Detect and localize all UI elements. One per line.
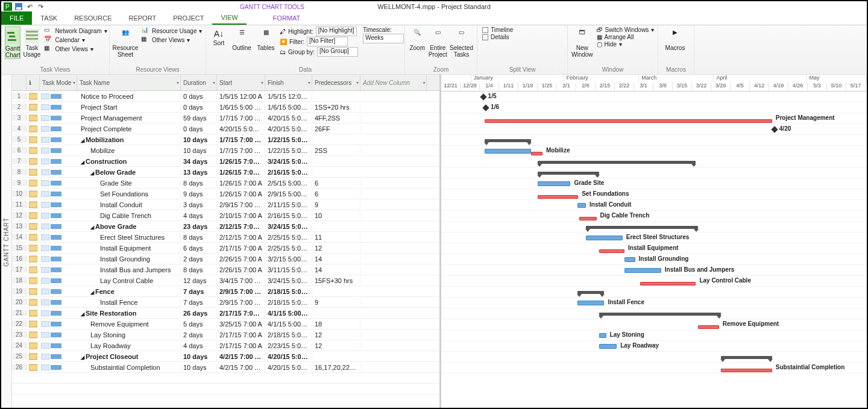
gantt-bar[interactable] xyxy=(538,161,696,164)
highlight-row[interactable]: 🖍 Highlight: [No Highlight] xyxy=(278,27,359,36)
tab-format[interactable]: FORMAT xyxy=(265,11,309,25)
gantt-bar[interactable] xyxy=(698,325,719,329)
table-row[interactable]: 16Install Grounding2 days2/26/15 7:00 A3… xyxy=(12,254,439,264)
col-pred[interactable]: Predecessors▾ xyxy=(312,75,360,90)
gantt-bar[interactable] xyxy=(577,291,605,294)
table-row[interactable]: 14Erect Steel Structures8 days2/12/15 7:… xyxy=(12,232,439,243)
milestone[interactable] xyxy=(482,104,489,111)
gantt-bar[interactable] xyxy=(485,119,772,123)
gantt-bar[interactable] xyxy=(538,181,570,186)
gantt-bar[interactable] xyxy=(586,226,698,229)
col-add[interactable]: Add New Column▾ xyxy=(360,75,427,90)
col-finish[interactable]: Finish▾ xyxy=(265,75,312,90)
tab-report[interactable]: REPORT xyxy=(121,11,165,25)
table-row[interactable]: 12Dig Cable Trench4 days2/10/15 7:00 A2/… xyxy=(12,210,439,221)
network-diagram-button[interactable]: ▭Network Diagram ▾ xyxy=(43,27,108,35)
table-row[interactable]: 23Lay Stoning2 days2/17/15 7:00 A2/18/15… xyxy=(12,329,439,340)
table-row[interactable]: 9Grade Site8 days1/26/15 7:00 A2/5/15 5:… xyxy=(12,178,439,189)
new-window-button[interactable]: 🗔New Window xyxy=(571,27,593,58)
table-row[interactable]: 13◢Above Grade23 days2/12/15 7:00 A3/24/… xyxy=(12,221,439,232)
table-row[interactable]: 21◢Site Restoration26 days2/17/15 7:00 A… xyxy=(12,308,439,319)
gantt-bar[interactable] xyxy=(538,195,578,199)
gantt-bar[interactable] xyxy=(599,344,617,349)
hide-button[interactable]: ▢ Hide ▾ xyxy=(596,41,656,48)
table-row[interactable]: 1Notice to Proceed0 days1/5/15 12:00 A1/… xyxy=(12,91,439,102)
undo-icon[interactable]: ↶ xyxy=(25,2,34,11)
filter-row[interactable]: 🔽 Filter: [No Filter] xyxy=(278,37,359,46)
gantt-chart-area[interactable]: JanuaryFebruaryMarchAprilMay 12/2112/281… xyxy=(441,75,867,409)
col-mode[interactable]: Task Mode▾ xyxy=(40,75,77,90)
col-rownum[interactable] xyxy=(12,75,27,90)
table-row[interactable]: 17Install Bus and Jumpers8 days2/26/15 7… xyxy=(12,264,439,275)
table-row[interactable] xyxy=(12,405,439,409)
table-row[interactable]: 20Install Fence7 days2/9/15 7:00 AM2/18/… xyxy=(12,297,439,308)
gantt-bar[interactable] xyxy=(599,333,606,338)
gantt-bar[interactable] xyxy=(640,282,696,286)
details-check[interactable]: Details xyxy=(481,34,514,40)
entire-project-button[interactable]: ▭Entire Project xyxy=(428,27,447,58)
table-row[interactable]: 4Project Complete0 days4/20/15 5:00 PM4/… xyxy=(12,123,439,134)
table-row[interactable]: 2Project Start0 days1/6/15 5:00 PM1/6/15… xyxy=(12,102,439,113)
redo-icon[interactable]: ↷ xyxy=(36,2,45,11)
outline-button[interactable]: ☰Outline xyxy=(231,27,252,51)
table-row[interactable]: 3Project Management59 days1/7/15 7:00 AM… xyxy=(12,113,439,123)
gantt-bar[interactable] xyxy=(577,203,586,208)
selected-tasks-button[interactable]: ▭Selected Tasks xyxy=(450,27,473,58)
gantt-bar[interactable] xyxy=(721,369,772,372)
col-ind[interactable]: ℹ xyxy=(27,75,40,90)
resource-sheet-button[interactable]: 👥Resource Sheet xyxy=(113,27,137,58)
gantt-bar[interactable] xyxy=(538,172,599,175)
table-row[interactable]: 15Install Equipment6 days2/17/15 7:00 A2… xyxy=(12,243,439,254)
macros-button[interactable]: ▶Macros xyxy=(662,27,688,51)
table-row[interactable]: 25◢Project Closeout10 days4/2/15 7:00 AM… xyxy=(12,351,439,362)
gantt-bar[interactable] xyxy=(599,249,624,253)
table-row[interactable]: 6Mobilize10 days1/7/15 7:00 AM1/22/15 5:… xyxy=(12,145,439,156)
gantt-bar[interactable] xyxy=(485,149,531,154)
save-icon[interactable] xyxy=(14,2,23,11)
timescale-select[interactable]: Weeks xyxy=(362,34,405,43)
tab-task[interactable]: TASK xyxy=(32,11,66,25)
col-dur[interactable]: Duration▾ xyxy=(181,75,217,90)
tables-button[interactable]: ▦Tables xyxy=(256,27,276,51)
milestone[interactable] xyxy=(771,126,778,133)
tab-view[interactable]: VIEW xyxy=(212,11,246,25)
gantt-bar[interactable] xyxy=(586,236,623,240)
resource-usage-button[interactable]: 📊Resource Usage ▾ xyxy=(140,27,203,35)
table-row[interactable]: 26Substaintial Completion10 days4/2/15 7… xyxy=(12,362,439,373)
gantt-bar[interactable] xyxy=(577,301,605,305)
switch-windows-button[interactable]: 🗗 Switch Windows ▾ xyxy=(596,27,656,33)
sort-button[interactable]: A↓Sort xyxy=(210,27,228,46)
other-views2-button[interactable]: ▦Other Views ▾ xyxy=(140,36,203,44)
milestone[interactable] xyxy=(480,93,486,100)
table-row[interactable] xyxy=(12,384,439,395)
tab-resource[interactable]: RESOURCE xyxy=(66,11,120,25)
calendar-button[interactable]: 📅Calendar ▾ xyxy=(43,36,108,44)
table-row[interactable] xyxy=(12,373,439,384)
table-row[interactable] xyxy=(12,395,439,405)
gantt-bar[interactable] xyxy=(599,313,721,316)
task-usage-button[interactable]: Task Usage xyxy=(23,27,40,58)
table-row[interactable]: 10Set Foundations9 days1/26/15 7:00 A2/9… xyxy=(12,189,439,199)
table-row[interactable]: 24Lay Roadway4 days2/17/15 7:00 A2/23/15… xyxy=(12,340,439,351)
gantt-chart-button[interactable]: Gantt Chart xyxy=(5,27,20,59)
gantt-bar[interactable] xyxy=(721,356,772,359)
tab-file[interactable]: FILE xyxy=(1,11,32,25)
table-row[interactable]: 22Remove Equipment5 days3/25/15 7:00 A4/… xyxy=(12,319,439,329)
arrange-all-button[interactable]: ▦ Arrange All xyxy=(596,34,656,40)
table-row[interactable]: 11Install Conduit3 days2/9/15 7:00 AM2/1… xyxy=(12,199,439,210)
zoom-button[interactable]: 🔍Zoom xyxy=(409,27,426,51)
table-row[interactable]: 7◢Construction34 days1/26/15 7:00 A3/24/… xyxy=(12,156,439,167)
col-name[interactable]: Task Name▾ xyxy=(77,75,181,90)
other-views-button[interactable]: ▦Other Views ▾ xyxy=(43,45,108,53)
group-row[interactable]: 🗂 Group by: [No Group] xyxy=(278,47,359,57)
gantt-bar[interactable] xyxy=(624,268,661,273)
col-start[interactable]: Start▾ xyxy=(217,75,265,90)
tab-project[interactable]: PROJECT xyxy=(165,11,212,25)
table-row[interactable]: 5◢Mobilization10 days1/7/15 7:00 AM1/22/… xyxy=(12,134,439,145)
table-row[interactable]: 19◢Fence7 days2/9/15 7:00 AM2/18/15 5:00… xyxy=(12,286,439,297)
table-row[interactable]: 8◢Below Grade13 days1/26/15 7:00 A2/16/1… xyxy=(12,167,439,178)
column-header[interactable]: ℹTask Mode▾Task Name▾Duration▾Start▾Fini… xyxy=(12,75,439,91)
gantt-bar[interactable] xyxy=(579,217,597,220)
table-row[interactable]: 18Lay Control Cable12 days3/4/15 7:00 AM… xyxy=(12,275,439,286)
gantt-bar[interactable] xyxy=(485,139,531,142)
